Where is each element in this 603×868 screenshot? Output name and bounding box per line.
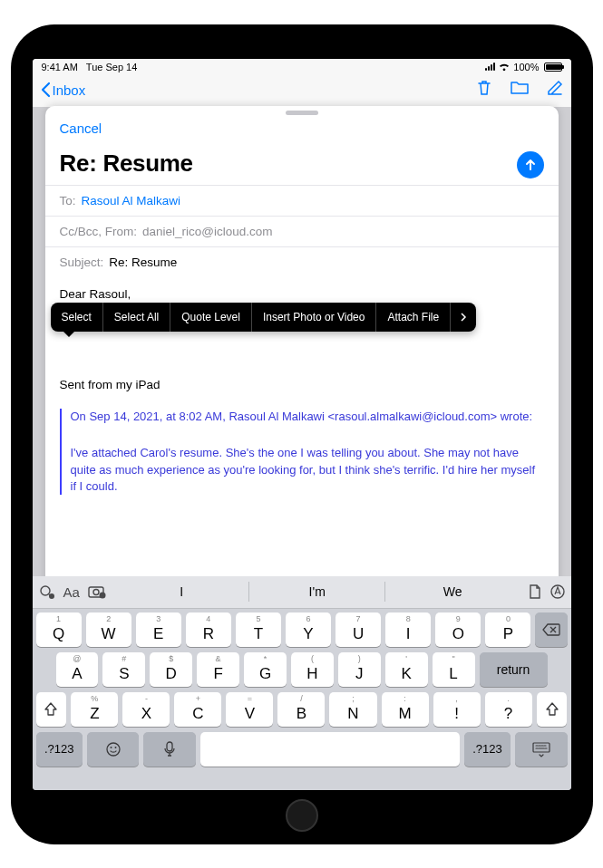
markup-icon[interactable] (550, 583, 566, 600)
ccbcc-field[interactable]: Cc/Bcc, From: daniel_rico@icloud.com (45, 216, 559, 246)
key-A[interactable]: @A (56, 652, 99, 687)
menu-attach-file[interactable]: Attach File (376, 303, 451, 333)
ccbcc-label: Cc/Bcc, From: (60, 225, 138, 238)
key-X[interactable]: -X (122, 692, 170, 727)
battery-icon (544, 63, 562, 72)
key-Q[interactable]: 1Q (36, 612, 82, 647)
key-L[interactable]: "L (433, 652, 475, 687)
compose-icon[interactable] (546, 79, 564, 101)
trash-icon[interactable] (475, 79, 493, 101)
menu-insert-photo[interactable]: Insert Photo or Video (252, 303, 377, 333)
key-M[interactable]: :M (382, 692, 429, 727)
key-Y[interactable]: 6Y (286, 612, 331, 647)
to-label: To: (60, 194, 76, 207)
numkey-left[interactable]: .?123 (36, 732, 83, 767)
mic-key[interactable] (143, 732, 195, 767)
suggestion-3[interactable]: We (385, 582, 520, 602)
key-I[interactable]: 8I (385, 612, 431, 647)
cancel-button[interactable]: Cancel (60, 121, 102, 136)
svg-point-0 (41, 586, 50, 595)
svg-point-8 (114, 747, 116, 748)
key-F[interactable]: &F (197, 652, 239, 687)
text-format-icon[interactable]: Aa (63, 584, 80, 600)
status-bar: 9:41 AM Tue Sep 14 100% (33, 59, 571, 73)
wifi-icon (498, 63, 511, 72)
back-button[interactable]: Inbox (40, 82, 86, 98)
battery-pct: 100% (513, 62, 539, 72)
key-C[interactable]: +C (174, 692, 221, 727)
svg-rect-10 (533, 743, 550, 752)
menu-select-all[interactable]: Select All (103, 303, 170, 333)
key-N[interactable]: ;N (329, 692, 376, 727)
key-J[interactable]: )J (338, 652, 381, 687)
svg-point-4 (99, 593, 105, 599)
return-key[interactable]: return (480, 652, 548, 687)
shift-key-right[interactable] (537, 692, 568, 727)
signature: Sent from my iPad (60, 377, 544, 394)
key-T[interactable]: 5T (236, 612, 281, 647)
dismiss-keyboard[interactable] (515, 732, 567, 767)
svg-point-7 (110, 747, 112, 748)
nav-bar: Inbox (33, 73, 571, 107)
quoted-reply: On Sep 14, 2021, at 8:02 AM, Rasoul Al M… (60, 409, 544, 495)
key-Z[interactable]: %Z (71, 692, 118, 727)
svg-point-6 (107, 743, 120, 756)
backspace-key[interactable] (535, 612, 567, 647)
svg-point-1 (49, 593, 54, 599)
svg-point-3 (93, 590, 99, 595)
folder-icon[interactable] (510, 80, 530, 100)
sheet-title: Re: Resume (60, 149, 544, 178)
key-B[interactable]: /B (277, 692, 325, 727)
suggestion-2[interactable]: I'm (249, 582, 385, 602)
menu-quote-level[interactable]: Quote Level (170, 303, 252, 333)
body-greeting: Dear Rasoul, (60, 286, 544, 304)
keyboard: Aa I I'm We (33, 576, 571, 790)
ccbcc-value: daniel_rico@icloud.com (142, 225, 273, 238)
camera-scan-icon[interactable] (87, 583, 107, 600)
send-button[interactable] (517, 151, 544, 178)
subject-value: Re: Resume (109, 256, 177, 269)
suggestion-1[interactable]: I (114, 582, 250, 602)
document-icon[interactable] (528, 583, 542, 600)
key-H[interactable]: (H (291, 652, 334, 687)
numkey-right[interactable]: .?123 (464, 732, 511, 767)
subject-label: Subject: (60, 256, 104, 269)
key-P[interactable]: 0P (485, 612, 530, 647)
lookup-icon[interactable] (38, 583, 56, 600)
back-label: Inbox (53, 82, 86, 98)
key-G[interactable]: *G (244, 652, 287, 687)
key-E[interactable]: 3E (136, 612, 181, 647)
status-date: Tue Sep 14 (86, 62, 137, 72)
quote-header: On Sep 14, 2021, at 8:02 AM, Rasoul Al M… (71, 409, 544, 425)
key-K[interactable]: 'K (385, 652, 428, 687)
cellular-icon (485, 63, 495, 71)
key-S[interactable]: #S (102, 652, 145, 687)
arrow-up-icon (523, 158, 538, 172)
key-?[interactable]: .? (485, 692, 532, 727)
to-value[interactable]: Rasoul Al Malkawi (82, 194, 181, 207)
home-button[interactable] (286, 799, 318, 832)
subject-field[interactable]: Subject: Re: Resume (45, 246, 559, 277)
key-W[interactable]: 2W (86, 612, 131, 647)
to-field[interactable]: To: Rasoul Al Malkawi (45, 185, 559, 216)
menu-select[interactable]: Select (51, 303, 103, 333)
shift-key-left[interactable] (36, 692, 67, 727)
key-D[interactable]: $D (150, 652, 192, 687)
key-O[interactable]: 9O (435, 612, 481, 647)
key-R[interactable]: 4R (186, 612, 231, 647)
edit-menu: Select Select All Quote Level Insert Pho… (51, 303, 477, 333)
key-![interactable]: ,! (433, 692, 481, 727)
quote-body: I've attached Carol's resume. She's the … (71, 445, 544, 495)
status-time: 9:41 AM (42, 62, 78, 72)
key-V[interactable]: =V (226, 692, 273, 727)
space-key[interactable] (200, 732, 460, 767)
svg-rect-9 (167, 742, 172, 751)
emoji-key[interactable] (87, 732, 139, 767)
menu-more-arrow[interactable] (451, 305, 476, 329)
key-U[interactable]: 7U (336, 612, 381, 647)
